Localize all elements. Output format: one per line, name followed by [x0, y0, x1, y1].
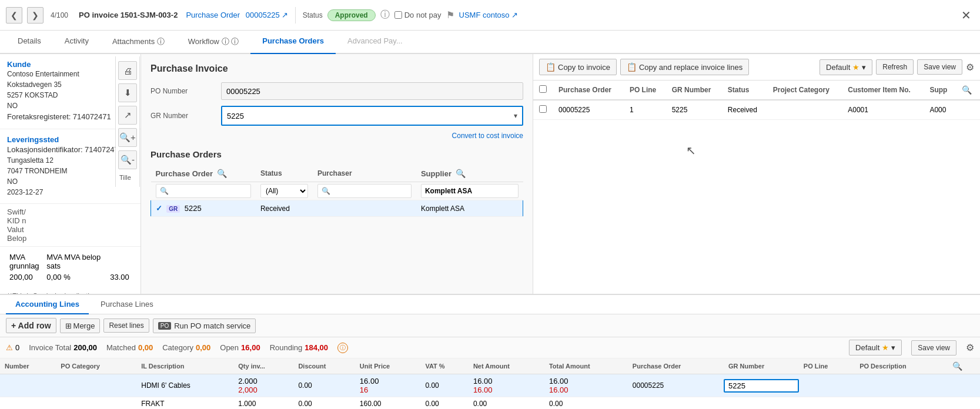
flag-icon[interactable]: ⚑: [446, 9, 454, 21]
convert-link[interactable]: Convert to cost invoice: [150, 132, 523, 140]
print-icon-btn[interactable]: 🖨: [118, 61, 137, 80]
delivery-label[interactable]: Leveringssted: [7, 135, 133, 144]
nav-back-button[interactable]: ❮: [6, 7, 22, 24]
bottom-settings-icon[interactable]: ⚙: [966, 342, 974, 353]
copy-to-invoice-button[interactable]: 📋 Copy to invoice: [539, 59, 617, 75]
po-number-row: PO Number: [150, 82, 523, 100]
btm-row1-net-alt: 16.00: [473, 385, 540, 394]
close-button[interactable]: ✕: [958, 7, 974, 24]
side-icons: 🖨 ⬇ ↗ 🔍+ 🔍- Tille: [115, 56, 140, 187]
po-link-label: Purchase Order: [186, 11, 240, 19]
tab-activity[interactable]: Activity: [53, 31, 101, 54]
gr-number-dropdown[interactable]: 5225 ▾: [221, 106, 523, 126]
po-link[interactable]: Purchase Order 00005225 ↗: [186, 11, 287, 19]
btm-row2-po-line: [799, 397, 855, 410]
gr-number-row: GR Number 5225 ▾: [150, 106, 523, 126]
row-po: 00005225: [553, 100, 624, 120]
btm-row-2: FRAKT 1.000 0.00 160.00 0.00 0.00 0.00: [0, 397, 980, 410]
filter-po-input[interactable]: [156, 184, 251, 198]
btm-row1-unit-price: 16.00 16: [355, 374, 421, 397]
run-po-button[interactable]: PO Run PO match service: [153, 319, 256, 333]
invoice-total-item: Invoice Total 200,00: [29, 343, 97, 352]
purchase-orders-title: Purchase Orders: [150, 149, 523, 159]
filter-purchaser-input[interactable]: [317, 184, 412, 198]
customer-tax-id: Foretaksregisteret: 714072471: [7, 111, 133, 123]
nav-forward-button[interactable]: ❯: [27, 7, 44, 24]
tab-details[interactable]: Details: [6, 31, 53, 54]
reset-lines-button[interactable]: Reset lines: [103, 319, 149, 333]
add-row-button[interactable]: + Add row: [6, 318, 56, 333]
bottom-default-dropdown[interactable]: Default ★ ▾: [849, 340, 902, 356]
bottom-save-view-button[interactable]: Save view: [911, 340, 956, 356]
tab-workflow[interactable]: Workflow ⓘ ⓘ: [176, 31, 250, 54]
po-number-input[interactable]: [221, 82, 523, 100]
btm-col-il-description: IL Description: [136, 358, 233, 374]
summary-alert-icon[interactable]: ⓘ: [337, 343, 348, 353]
btm-search-icon[interactable]: 🔍: [952, 361, 962, 371]
search-icon[interactable]: 🔍: [217, 169, 227, 178]
tab-purchase-orders[interactable]: Purchase Orders: [250, 31, 336, 54]
btm-row1-extra: [948, 374, 980, 397]
btm-col-discount: Discount: [293, 358, 354, 374]
right-table-row: 00005225 1 5225 Received A0001 A000: [533, 100, 980, 120]
warn-count: 0: [15, 343, 19, 352]
po-col-status: Status: [256, 165, 313, 182]
col-search: 🔍: [956, 81, 980, 100]
btm-row1-total-val: 16.00: [549, 377, 623, 385]
status-badge: Approved: [327, 9, 376, 21]
zoom-out-icon-btn[interactable]: 🔍-: [118, 150, 137, 169]
btm-row2-unit-price: 160.00: [355, 397, 421, 410]
copy-replace-lines-button[interactable]: 📋 Copy and replace invoice lines: [620, 59, 749, 75]
tab-accounting-lines[interactable]: Accounting Lines: [6, 295, 89, 314]
refresh-button[interactable]: Refresh: [876, 59, 914, 75]
btm-row1-net: 16.00 16.00: [469, 374, 544, 397]
filter-supplier-input[interactable]: [421, 184, 519, 198]
filter-supplier: [416, 182, 523, 200]
btm-row2-total: 0.00: [544, 397, 628, 410]
tab-attachments[interactable]: Attachments ⓘ: [101, 31, 176, 54]
invoice-total-label: Invoice Total: [29, 343, 71, 352]
status-filter-select[interactable]: (All) Received Open: [260, 184, 308, 198]
mva-val2: 0,00 %: [44, 271, 108, 283]
row-po-line: 1: [624, 100, 666, 120]
btm-row1-purchase-order: 00005225: [628, 374, 724, 397]
zoom-in-icon-btn[interactable]: 🔍+: [118, 128, 137, 147]
gr-number-value: 5225: [222, 107, 522, 125]
btm-row1-number: [0, 374, 56, 397]
share-icon-btn[interactable]: ↗: [118, 106, 137, 125]
save-view-button[interactable]: Save view: [917, 59, 962, 75]
btm-row2-description: FRAKT: [136, 397, 233, 410]
col-gr-number: GR Number: [666, 81, 722, 100]
invoice-total-value: 200,00: [73, 343, 97, 352]
company-link[interactable]: USMF contoso ↗: [459, 11, 518, 19]
summary-bar: ⚠ 0 Invoice Total 200,00 Matched 0,00 Ca…: [0, 337, 980, 358]
accounting-lines-table: Number PO Category IL Description Qty in…: [0, 358, 980, 409]
warn-item: ⚠ 0: [6, 343, 19, 352]
download-icon-btn[interactable]: ⬇: [118, 83, 137, 102]
alert-icon[interactable]: ⓘ: [380, 9, 390, 21]
merge-button[interactable]: ⊞ Merge: [60, 319, 101, 333]
row-checkbox-input[interactable]: [539, 105, 547, 113]
table-search-icon[interactable]: 🔍: [962, 85, 972, 95]
tabs-bar: Details Activity Attachments ⓘ Workflow …: [0, 31, 980, 54]
select-all-checkbox[interactable]: [539, 85, 547, 93]
btm-col-po-line: PO Line: [799, 358, 855, 374]
filter-row: (All) Received Open: [151, 182, 523, 200]
do-not-pay-checkbox[interactable]: [394, 11, 402, 19]
btm-col-purchase-order: Purchase Order: [628, 358, 724, 374]
rounding-item: Rounding 184,00: [270, 343, 328, 352]
supplier-search-icon[interactable]: 🔍: [456, 169, 466, 178]
row-extra: [956, 100, 980, 120]
company-ext-icon: ↗: [511, 11, 518, 19]
btm-row2-net: 0.00: [469, 397, 544, 410]
rounding-label: Rounding: [270, 343, 303, 352]
gr-number-highlighted-cell[interactable]: 5225: [724, 379, 799, 393]
btm-col-qty: Qty inv...: [233, 358, 293, 374]
right-table: Purchase Order PO Line GR Number Status …: [533, 81, 980, 120]
po-table-row[interactable]: ✓ GR 5225 Received Komplett ASA: [151, 200, 523, 217]
settings-icon[interactable]: ⚙: [966, 62, 974, 73]
tab-purchase-lines[interactable]: Purchase Lines: [91, 295, 163, 314]
customer-label[interactable]: Kunde: [7, 60, 133, 69]
col-po-line: PO Line: [624, 81, 666, 100]
default-dropdown[interactable]: Default ★ ▾: [820, 59, 872, 75]
